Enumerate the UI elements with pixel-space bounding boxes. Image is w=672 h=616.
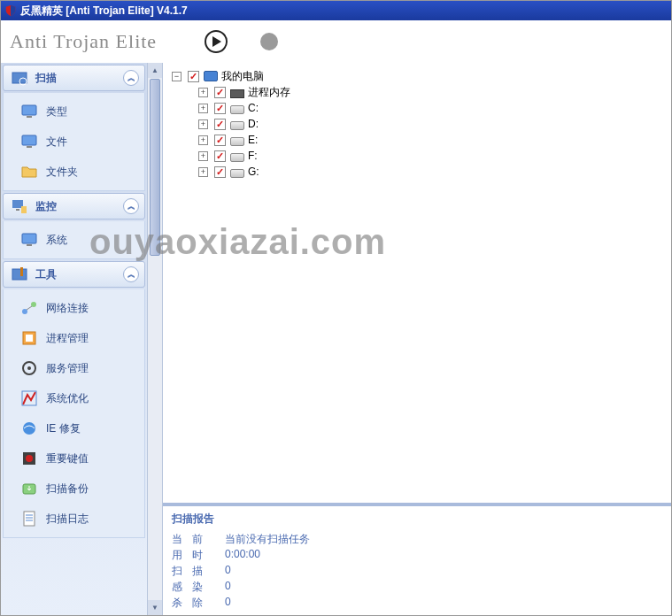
computer-icon: [204, 71, 218, 81]
sidebar-item-2-4[interactable]: IE 修复: [4, 413, 144, 443]
section-icon: [9, 67, 30, 89]
svg-point-21: [27, 366, 31, 370]
svg-rect-4: [22, 105, 36, 115]
sidebar-item-label: 文件: [46, 135, 67, 150]
tree-node[interactable]: +D:: [172, 116, 662, 132]
section-header-0[interactable]: 扫描︽: [3, 65, 145, 91]
tree-root[interactable]: −我的电脑: [172, 68, 662, 84]
checkbox[interactable]: [214, 103, 226, 114]
tree-node[interactable]: +进程内存: [172, 84, 662, 100]
sidebar-item-2-3[interactable]: 系统优化: [4, 383, 144, 413]
backup-icon: [19, 479, 39, 498]
sidebar-item-0-2[interactable]: 文件夹: [4, 157, 144, 187]
window-title: 反黑精英 [Anti Trojan Elite] V4.1.7: [20, 4, 188, 19]
report-value: 0: [225, 564, 231, 580]
sidebar-scrollbar[interactable]: ▲ ▼: [147, 63, 163, 615]
checkbox[interactable]: [214, 119, 226, 130]
svg-point-25: [26, 455, 33, 462]
section-label: 监控: [35, 199, 57, 214]
report-row: 感 染0: [172, 580, 662, 596]
sidebar-item-label: 扫描备份: [46, 481, 89, 497]
checkbox[interactable]: [214, 150, 226, 162]
svg-rect-10: [21, 206, 27, 213]
report-title: 扫描报告: [172, 512, 662, 527]
shield-icon: [4, 4, 17, 17]
checkbox[interactable]: [214, 166, 226, 178]
expand-icon[interactable]: +: [198, 119, 208, 129]
sidebar-item-2-0[interactable]: 网络连接: [4, 293, 144, 323]
tree-node[interactable]: +F:: [172, 148, 662, 164]
sidebar-item-0-1[interactable]: 文件: [4, 127, 144, 157]
log-icon: [19, 509, 39, 528]
svg-rect-7: [27, 146, 32, 148]
checkbox[interactable]: [188, 71, 199, 82]
sidebar-item-2-5[interactable]: 重要键值: [4, 443, 144, 474]
net-icon: [19, 298, 39, 318]
scroll-thumb[interactable]: [150, 79, 160, 256]
chevron-up-icon: ︽: [123, 266, 139, 282]
section-header-1[interactable]: 监控︽: [3, 193, 145, 219]
report-row: 用 时0:00:00: [172, 548, 662, 564]
tree-node[interactable]: +G:: [172, 164, 662, 180]
sidebar-item-label: 系统: [46, 233, 67, 248]
sidebar-item-0-0[interactable]: 类型: [4, 96, 144, 127]
monitor-icon: [19, 132, 39, 151]
sidebar-item-label: 网络连接: [46, 301, 89, 316]
play-icon[interactable]: [205, 30, 228, 53]
report-value: 0: [225, 596, 231, 612]
drive-icon: [230, 153, 244, 162]
monitor-icon: [19, 102, 39, 121]
svg-line-17: [27, 306, 32, 310]
section-label: 工具: [35, 267, 57, 282]
expand-icon[interactable]: +: [198, 151, 208, 161]
sidebar-item-2-7[interactable]: 扫描日志: [4, 504, 144, 534]
tree-label: 我的电脑: [221, 68, 264, 84]
svg-rect-19: [26, 335, 33, 342]
expand-icon[interactable]: +: [198, 88, 208, 97]
collapse-icon[interactable]: −: [172, 72, 182, 81]
opt-icon: [19, 389, 39, 408]
ie-icon: [19, 419, 39, 438]
drive-icon: [230, 105, 244, 114]
stop-icon[interactable]: [259, 32, 279, 51]
report-row: 扫 描0: [172, 564, 662, 580]
report-row: 当 前当前没有扫描任务: [172, 532, 662, 548]
sidebar-item-label: IE 修复: [46, 421, 81, 436]
sidebar-item-1-0[interactable]: 系统: [4, 225, 144, 255]
sidebar-item-2-6[interactable]: 扫描备份: [4, 474, 144, 504]
tree-node[interactable]: +C:: [172, 100, 662, 116]
svc-icon: [19, 358, 39, 378]
checkbox[interactable]: [214, 87, 226, 98]
sidebar-item-label: 文件夹: [46, 165, 78, 180]
sidebar-item-2-2[interactable]: 服务管理: [4, 353, 144, 383]
report-label: 当 前: [172, 532, 225, 548]
toolbar: [169, 30, 279, 53]
section-label: 扫描: [35, 71, 57, 86]
sidebar-item-label: 系统优化: [46, 391, 89, 406]
svg-point-1: [260, 33, 278, 50]
expand-icon[interactable]: +: [198, 135, 208, 145]
sidebar-item-label: 进程管理: [46, 331, 89, 346]
logo-row: Anti Trojan Elite: [1, 20, 671, 63]
sidebar-item-2-1[interactable]: 进程管理: [4, 323, 144, 353]
sidebar-item-label: 类型: [46, 104, 67, 119]
report-label: 杀 除: [172, 596, 225, 612]
tree-node[interactable]: +E:: [172, 132, 662, 148]
expand-icon[interactable]: +: [198, 167, 208, 177]
scroll-down-icon[interactable]: ▼: [148, 600, 162, 615]
checkbox[interactable]: [214, 135, 226, 146]
memory-icon: [230, 89, 244, 98]
expand-icon[interactable]: +: [198, 104, 208, 113]
svg-point-23: [23, 422, 35, 435]
tree-label: C:: [248, 100, 259, 116]
app-logo: Anti Trojan Elite: [1, 30, 169, 53]
tree-label: G:: [248, 164, 259, 180]
drive-icon: [230, 137, 244, 146]
report-panel: 扫描报告 当 前当前没有扫描任务用 时0:00:00扫 描0感 染0杀 除0: [163, 503, 671, 615]
scan-tree: −我的电脑+进程内存+C:+D:+E:+F:+G:: [163, 63, 671, 503]
report-label: 用 时: [172, 548, 225, 564]
section-header-2[interactable]: 工具︽: [3, 261, 145, 288]
scroll-up-icon[interactable]: ▲: [148, 63, 162, 78]
drive-icon: [230, 169, 244, 178]
proc-icon: [19, 328, 39, 348]
